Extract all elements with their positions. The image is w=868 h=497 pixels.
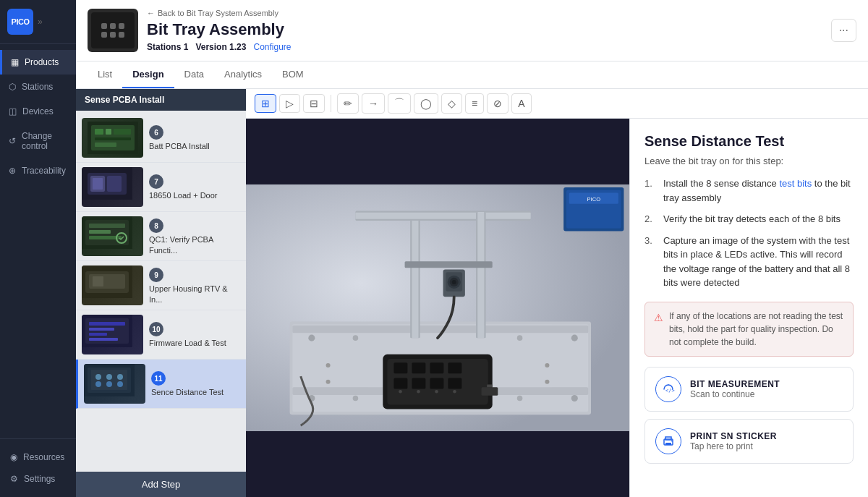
tab-bom[interactable]: BOM xyxy=(272,61,314,88)
svg-rect-91 xyxy=(665,443,671,445)
svg-rect-71 xyxy=(477,212,484,338)
sidebar-settings[interactable]: ⚙ Settings xyxy=(7,468,69,490)
svg-rect-15 xyxy=(89,230,111,234)
product-thumbnail xyxy=(88,9,138,52)
logo-area: PICO MES » xyxy=(0,0,76,44)
svg-rect-57 xyxy=(448,362,461,373)
sidebar-expand-icon[interactable]: » xyxy=(38,17,43,27)
design-toolbar: ⊞ ▷ ⊟ ✏ → ⌒ ◯ ◇ ≡ ⊘ A xyxy=(246,89,868,119)
svg-text:PICO: PICO xyxy=(587,196,601,203)
step-10-info: 10 Firmware Load & Test xyxy=(149,320,240,348)
step-9-label: Upper Housing RTV & In... xyxy=(149,284,240,305)
tab-data[interactable]: Data xyxy=(174,61,214,88)
step-item-7[interactable]: 7 18650 Load + Door xyxy=(76,163,246,212)
assembly-scene-svg: PICO xyxy=(246,119,629,497)
svg-rect-11 xyxy=(93,178,103,190)
instruction-3-num: 3. xyxy=(644,234,658,290)
svg-rect-61 xyxy=(448,378,461,388)
bit-measurement-title: BIT MEASUREMENT xyxy=(690,379,780,389)
svg-rect-27 xyxy=(89,333,107,336)
sidebar-settings-label: Settings xyxy=(24,474,55,484)
step-7-thumbnail xyxy=(82,167,143,207)
step-11-num: 11 xyxy=(151,371,166,386)
sidebar-item-change-control[interactable]: ↺ Change control xyxy=(0,124,76,158)
step-item-9[interactable]: 9 Upper Housing RTV & In... xyxy=(76,261,246,310)
instruction-2: 2. Verify the bit tray detects each of t… xyxy=(644,212,854,226)
tool-circle-button[interactable]: ◯ xyxy=(414,93,438,114)
svg-point-46 xyxy=(353,335,359,341)
sidebar-resources-label: Resources xyxy=(23,452,64,462)
tab-design[interactable]: Design xyxy=(122,61,174,88)
page-title: Bit Tray Assembly xyxy=(147,20,822,39)
svg-point-62 xyxy=(399,390,402,394)
step-item-10[interactable]: 10 Firmware Load & Test xyxy=(76,310,246,360)
step-9-content: 9 Upper Housing RTV & In... xyxy=(82,266,240,305)
header-actions: ··· xyxy=(831,19,856,42)
sidebar-item-devices[interactable]: ◫ Devices xyxy=(0,99,76,124)
svg-point-87 xyxy=(545,380,549,384)
step-instructions: 1. Install the 8 sense distance test bit… xyxy=(644,177,854,290)
sidebar-item-stations[interactable]: ⬡ Stations xyxy=(0,75,76,99)
print-sn-info: PRINT SN STICKER Tap here to print xyxy=(690,431,777,451)
settings-icon: ⚙ xyxy=(10,474,18,484)
view-image-button[interactable]: ⊞ xyxy=(255,94,276,113)
sidebar-item-products[interactable]: ▦ Products xyxy=(0,50,76,75)
version-label: Version xyxy=(195,42,226,52)
tab-analytics[interactable]: Analytics xyxy=(214,61,272,88)
instruction-2-num: 2. xyxy=(644,212,658,226)
svg-rect-59 xyxy=(412,378,425,388)
back-link[interactable]: ← Back to Bit Tray System Assembly xyxy=(147,9,822,17)
step-11-info: 11 Sence Distance Test xyxy=(151,370,240,397)
view-video-button[interactable]: ▷ xyxy=(279,94,300,113)
tab-bar: List Design Data Analytics BOM xyxy=(76,61,868,89)
action-print-sn[interactable]: PRINT SN STICKER Tap here to print xyxy=(644,419,854,464)
configure-link[interactable]: Configure xyxy=(253,42,291,52)
warning-text: If any of the locations are not reading … xyxy=(669,310,844,349)
test-bits-link[interactable]: test bits xyxy=(779,178,812,189)
sidebar-resources[interactable]: ◉ Resources xyxy=(7,446,69,468)
svg-point-77 xyxy=(452,280,456,284)
step-6-content: 6 Batt PCBA Install xyxy=(82,118,240,158)
bit-measurement-info: BIT MEASUREMENT Scan to continue xyxy=(690,379,780,399)
print-sn-subtitle: Tap here to print xyxy=(690,441,777,451)
add-step-button[interactable]: Add Step xyxy=(76,472,246,497)
step-item-11[interactable]: 11 Sence Distance Test xyxy=(76,360,246,409)
step-9-img xyxy=(82,266,143,305)
steps-list: 6 Batt PCBA Install 7 xyxy=(76,111,246,472)
step-7-num: 7 xyxy=(149,174,163,189)
svg-rect-50 xyxy=(292,326,588,334)
step-10-img xyxy=(82,315,143,354)
svg-point-84 xyxy=(326,363,331,368)
tool-diamond-button[interactable]: ◇ xyxy=(441,93,462,114)
tool-text-button[interactable]: A xyxy=(511,93,531,114)
view-toolbar-group: ⊞ ▷ ⊟ xyxy=(255,94,325,113)
svg-point-32 xyxy=(95,374,101,380)
sidebar-item-traceability[interactable]: ⊕ Traceability xyxy=(0,158,76,183)
instruction-3: 3. Capture an image of the system with t… xyxy=(644,234,854,290)
devices-icon: ◫ xyxy=(9,106,17,116)
content-area: Sense PCBA Install 6 Batt PCBA Install xyxy=(76,89,868,497)
tab-list[interactable]: List xyxy=(88,61,122,88)
tool-list-button[interactable]: ≡ xyxy=(465,93,484,114)
tool-pencil-button[interactable]: ✏ xyxy=(337,93,359,114)
sidebar-bottom: ◉ Resources ⚙ Settings xyxy=(0,438,76,497)
step-8-content: 8 QC1: Verify PCBA Functi... xyxy=(82,216,240,256)
svg-point-45 xyxy=(571,395,578,402)
design-area: ⊞ ▷ ⊟ ✏ → ⌒ ◯ ◇ ≡ ⊘ A xyxy=(246,89,868,497)
tool-link-button[interactable]: ⊘ xyxy=(487,93,509,114)
action-bit-measurement[interactable]: </> BIT MEASUREMENT Scan to continue xyxy=(644,367,854,412)
step-7-info: 7 18650 Load + Door xyxy=(149,173,240,200)
svg-rect-67 xyxy=(412,212,418,338)
step-8-info: 8 QC1: Verify PCBA Functi... xyxy=(149,217,240,255)
step-item-6[interactable]: 6 Batt PCBA Install xyxy=(76,114,246,163)
step-item-8[interactable]: 8 QC1: Verify PCBA Functi... xyxy=(76,212,246,261)
svg-rect-2 xyxy=(95,129,103,135)
svg-point-34 xyxy=(117,374,123,380)
more-actions-button[interactable]: ··· xyxy=(831,19,856,42)
sidebar-item-traceability-label: Traceability xyxy=(22,166,66,176)
tool-arrow-button[interactable]: → xyxy=(362,93,385,114)
svg-point-44 xyxy=(571,335,578,341)
steps-header-label: Sense PCBA Install xyxy=(85,95,164,105)
tool-curve-button[interactable]: ⌒ xyxy=(388,93,411,114)
view-grid-button[interactable]: ⊟ xyxy=(303,94,325,113)
